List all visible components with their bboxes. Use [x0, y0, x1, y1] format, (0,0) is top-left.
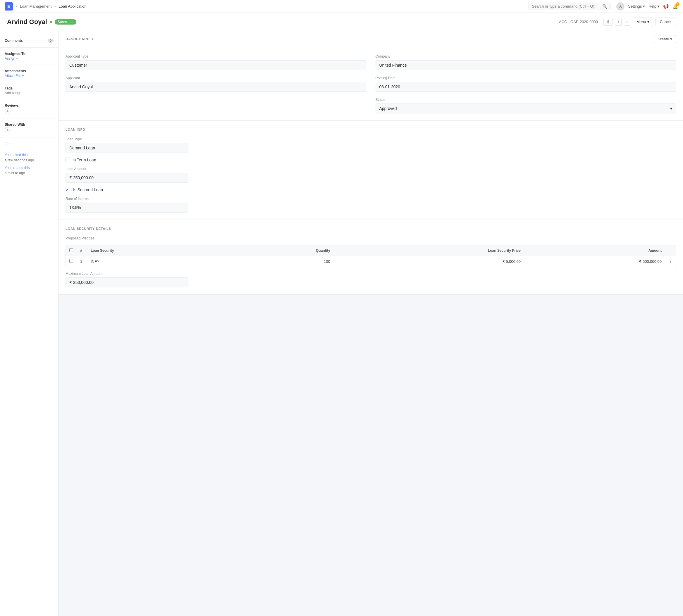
notif-badge: 1 [676, 2, 680, 6]
rate-label: Rate of Interest [65, 197, 188, 201]
sidebar-reviews: Reviews + [0, 101, 58, 117]
max-loan-label: Maximum Loan Amount [65, 271, 188, 276]
table-row: 1 INFY 100 ₹ 5,000.00 ₹ 500,000.00 ▾ [66, 256, 676, 267]
dashboard-header: DASHBOARD ▾ Create ▾ [59, 31, 683, 47]
shared-with-add-button[interactable]: + [5, 127, 10, 133]
loan-amount-value[interactable]: ₹ 250,000.00 [65, 173, 188, 183]
activity-entry-2: You created this a minute ago [5, 165, 54, 176]
next-button[interactable]: › [624, 18, 631, 26]
row-dropdown-cell[interactable]: ▾ [665, 256, 676, 267]
shared-with-label: Shared With [5, 123, 54, 127]
sidebar-assigned-to: Assigned To Assign + [0, 49, 58, 63]
menu-button[interactable]: Menu▾ [633, 18, 653, 26]
help-button[interactable]: Help ▾ [648, 4, 660, 8]
status-badge: Submitted [55, 19, 76, 25]
secured-check-icon: ✔ [65, 188, 69, 192]
activity-log: You edited this a few seconds ago You cr… [0, 150, 58, 180]
breadcrumb-chevron-2: › [54, 4, 56, 8]
applicant-field: Applicant Arvind Goyal [65, 76, 366, 92]
security-section-title: LOAN SECURITY DETAILS [65, 227, 676, 230]
status-select[interactable]: Approved ▾ [376, 104, 676, 113]
row-dropdown-icon[interactable]: ▾ [669, 259, 671, 264]
max-loan-field: Maximum Loan Amount ₹ 250,000.00 [65, 271, 188, 287]
posting-date-label: Posting Date [376, 76, 676, 80]
search-input[interactable] [532, 4, 600, 8]
page-title: Arvind Goyal [7, 18, 47, 26]
max-loan-value[interactable]: ₹ 250,000.00 [65, 278, 188, 287]
status-field: Status Approved ▾ [376, 98, 676, 113]
print-button[interactable]: 🖨 [603, 18, 613, 26]
loan-amount-label: Loan Amount [65, 167, 188, 171]
create-button[interactable]: Create ▾ [654, 35, 676, 43]
avatar: A [616, 2, 624, 10]
is-term-loan-checkbox[interactable] [65, 158, 70, 162]
page-header: Arvind Goyal Submitted ACC-LOAP-2020-000… [0, 13, 683, 31]
row-num: 1 [77, 256, 87, 267]
dashboard-chevron[interactable]: ▾ [91, 37, 93, 41]
status-label: Status [376, 98, 676, 102]
reviews-label: Reviews [5, 104, 54, 108]
add-tag-action[interactable]: Add a tag ... [5, 91, 54, 95]
page-actions: ACC-LOAP-2020-00001 🖨 ‹ › Menu▾ Cancel [559, 18, 676, 26]
select-all-checkbox[interactable] [69, 248, 73, 252]
announcement-icon[interactable]: 📢 [663, 3, 669, 9]
dashboard-title: DASHBOARD ▾ [65, 37, 93, 41]
attach-file-action[interactable]: Attach File + [5, 74, 54, 78]
main-layout: Comments 0 Assigned To Assign + Attachme… [0, 31, 683, 616]
reviews-add-button[interactable]: + [5, 108, 10, 114]
applicant-value[interactable]: Arvind Goyal [65, 82, 366, 92]
notification-icon[interactable]: 🔔 1 [673, 3, 678, 9]
settings-button[interactable]: Settings ▾ [628, 4, 645, 8]
applicant-type-field: Applicant Type Customer [65, 54, 366, 70]
is-term-loan-row: Is Term Loan [65, 158, 676, 162]
breadcrumb-loan-application[interactable]: Loan Application [59, 4, 86, 8]
row-price: ₹ 5,000.00 [334, 256, 524, 267]
applicant-label: Applicant [65, 76, 366, 80]
application-details-section: Applicant Type Customer Company United F… [59, 47, 683, 121]
row-security[interactable]: INFY [87, 256, 232, 267]
comments-count: 0 [48, 39, 54, 43]
row-amount: ₹ 500,000.00 [524, 256, 665, 267]
attachments-label: Attachments [5, 69, 54, 73]
prev-button[interactable]: ‹ [615, 18, 621, 26]
search-bar[interactable]: 🔍 [529, 3, 611, 10]
row-checkbox[interactable] [69, 259, 73, 263]
company-label: Company [376, 54, 676, 59]
sidebar-tags: Tags Add a tag ... [0, 83, 58, 98]
status-dot [50, 21, 52, 23]
col-num: # [77, 245, 87, 256]
company-value[interactable]: United Finance [376, 60, 676, 70]
company-field: Company United Finance [376, 54, 676, 70]
col-price: Loan Security Price [334, 245, 524, 256]
col-actions [665, 245, 676, 256]
row-quantity: 100 [232, 256, 334, 267]
heart-icon[interactable]: ♡ [0, 138, 58, 150]
assign-action[interactable]: Assign + [5, 57, 54, 61]
tags-label: Tags [5, 86, 54, 90]
posting-date-value[interactable]: 03-01-2020 [376, 82, 676, 92]
loan-info-title: LOAN INFO [65, 128, 676, 131]
app-icon: E [5, 2, 13, 10]
sidebar-comments: Comments 0 [0, 36, 58, 46]
breadcrumb-loan-management[interactable]: Loan Management [20, 4, 51, 8]
table-head: # Loan Security Quantity Loan Security P… [66, 245, 676, 256]
col-checkbox[interactable] [66, 245, 77, 256]
row-checkbox-cell[interactable] [66, 256, 77, 267]
loan-info-section: LOAN INFO Loan Type Demand Loan Is Term … [59, 121, 683, 220]
table-body: 1 INFY 100 ₹ 5,000.00 ₹ 500,000.00 ▾ [66, 256, 676, 267]
page-title-area: Arvind Goyal Submitted [7, 18, 76, 26]
col-amount: Amount [524, 245, 665, 256]
sidebar: Comments 0 Assigned To Assign + Attachme… [0, 31, 59, 616]
sidebar-attachments: Attachments Attach File + [0, 66, 58, 81]
cancel-button[interactable]: Cancel [656, 18, 676, 26]
search-icon: 🔍 [602, 4, 607, 9]
loan-type-value[interactable]: Demand Loan [65, 143, 188, 153]
application-form-grid: Applicant Type Customer Company United F… [65, 54, 676, 113]
loan-type-field: Loan Type Demand Loan [65, 137, 188, 153]
is-term-loan-label: Is Term Loan [72, 158, 96, 162]
loan-type-label: Loan Type [65, 137, 188, 141]
breadcrumb-chevron-1: › [15, 4, 18, 8]
applicant-type-label: Applicant Type [65, 54, 366, 59]
applicant-type-value[interactable]: Customer [65, 60, 366, 70]
rate-value[interactable]: 13.5% [65, 203, 188, 213]
